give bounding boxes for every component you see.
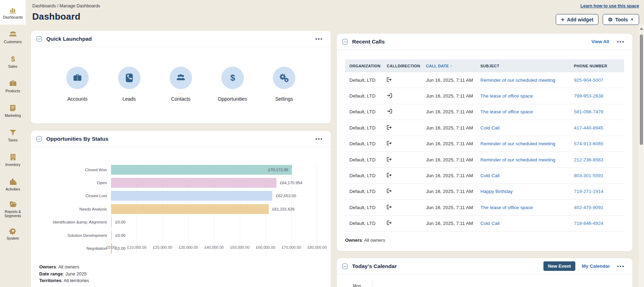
column-header-calldirection[interactable]: CallDirection xyxy=(383,64,422,68)
subject-link[interactable]: Cold Call xyxy=(476,125,570,131)
sidebar-item[interactable]: Reports & Segments xyxy=(0,196,26,221)
column-header-calldate[interactable]: Call Date ↑ xyxy=(422,64,476,68)
chart-bar[interactable] xyxy=(111,191,272,201)
sidebar-item[interactable]: Activities xyxy=(0,172,26,196)
call-date-cell: Jun 16, 2025, 7:11 AM xyxy=(422,173,476,178)
table-row: Default, LTD Jun 16, 2025, xyxy=(345,120,624,136)
sidebar-item[interactable]: System xyxy=(0,221,26,246)
phone-number-link[interactable]: 718-846-4924 xyxy=(570,221,624,226)
sidebar-item[interactable]: $ Sales xyxy=(0,49,26,74)
sidebar-item[interactable]: Customers xyxy=(0,25,26,49)
tools-button[interactable]: ⚙ Tools ▼ xyxy=(603,14,639,25)
filter-summary-line: Date range: June 2025 xyxy=(39,271,89,278)
outgoing-call-icon xyxy=(387,188,392,193)
sidebar-item-label: System xyxy=(7,236,19,241)
table-row: Default, LTD Jun 16, 2025, xyxy=(345,200,624,215)
new-event-button[interactable]: New Event xyxy=(543,261,576,271)
chart-bar-track: £61,231.626 xyxy=(111,202,317,215)
subject-link[interactable]: Reminder of our scheduled meeting xyxy=(476,78,570,83)
chart-bar[interactable] xyxy=(111,165,292,175)
chart-bar[interactable] xyxy=(111,178,276,188)
subject-link[interactable]: Happy Birthday xyxy=(476,189,570,194)
sidebar-item-label: Customers xyxy=(4,40,22,44)
call-direction-cell xyxy=(383,173,422,179)
sidebar-item-label: Reports & Segments xyxy=(1,210,25,218)
scrollbar-thumb[interactable] xyxy=(640,34,643,145)
widget-title: Quick Launchpad xyxy=(46,36,92,42)
call-date-cell: Jun 16, 2025, 7:11 AM xyxy=(422,78,476,83)
phone-number-link[interactable]: 402-475-9091 xyxy=(570,205,624,210)
sidebar-item-icon xyxy=(8,153,18,162)
organization-cell: Default, LTD xyxy=(345,109,383,114)
chart-value-label: £64,170.954 xyxy=(280,181,302,185)
chart-bar-track: £0.00 xyxy=(111,229,317,242)
subject-link[interactable]: Cold Call xyxy=(476,173,570,178)
table-row: Default, LTD Jun 16, 2025, xyxy=(345,152,624,168)
column-header-phonenumber[interactable]: Phone Number xyxy=(570,64,624,68)
chart-row: Needs Analysis£61,231.626 xyxy=(39,202,317,215)
launchpad-item[interactable]: Leads xyxy=(110,67,149,102)
sidebar-item[interactable]: Taxes xyxy=(0,123,26,147)
footer-value: All owners xyxy=(364,238,385,243)
sidebar-item[interactable]: Inventory xyxy=(0,147,26,172)
scroll-up-arrow-icon[interactable] xyxy=(640,27,643,30)
subject-link[interactable]: The lease of office space xyxy=(476,93,570,99)
chart-bar[interactable] xyxy=(111,217,112,227)
collapse-icon[interactable] xyxy=(36,36,42,42)
chart-bar[interactable] xyxy=(111,231,112,240)
sidebar-item-icon xyxy=(8,226,18,235)
recent-calls-table: Organization CallDirection Call Date ↑ S… xyxy=(345,59,624,232)
phone-number-link[interactable]: 719-271-1914 xyxy=(570,189,624,194)
chart-x-tick-label: £50,000.00 xyxy=(230,245,249,249)
sidebar-item[interactable]: Marketing xyxy=(0,98,26,123)
chart-value-label: £61,231.626 xyxy=(272,207,295,211)
breadcrumb[interactable]: Dashboards / Manage Dashboards xyxy=(32,4,100,8)
phone-number-link[interactable]: 574-913-6065 xyxy=(570,141,624,146)
chart-bar-track: £62,653.00 xyxy=(111,189,317,202)
launchpad-item[interactable]: Contacts xyxy=(162,67,200,102)
subject-link[interactable]: The lease of office space xyxy=(476,109,570,114)
launchpad-item-icon xyxy=(118,67,141,89)
launchpad-item[interactable]: Settings xyxy=(265,67,303,102)
widget-title: Opportunities By Status xyxy=(46,136,108,142)
widget-menu-icon[interactable]: ●●● xyxy=(617,40,625,44)
collapse-icon[interactable] xyxy=(342,39,348,45)
sidebar-item-label: Dashboards xyxy=(3,15,23,20)
call-date-cell: Jun 16, 2025, 7:11 AM xyxy=(422,93,476,99)
phone-number-link[interactable]: 212-236-8563 xyxy=(570,157,624,162)
collapse-icon[interactable] xyxy=(36,136,42,142)
subject-link[interactable]: Reminder of our scheduled meeting xyxy=(476,141,570,146)
column-header-organization[interactable]: Organization xyxy=(345,64,383,68)
chart-category-label: Closed Lost xyxy=(39,194,111,198)
chart-value-label: £0.00 xyxy=(115,220,125,224)
chart-bar[interactable] xyxy=(111,204,269,214)
subject-link[interactable]: Cold Call xyxy=(476,221,570,226)
launchpad-item[interactable]: $ Opportunities xyxy=(213,67,252,102)
phone-number-link[interactable]: 803-301-5591 xyxy=(570,173,624,178)
phone-number-link[interactable]: 925-904-5007 xyxy=(570,78,624,83)
launchpad-item[interactable]: Accounts xyxy=(58,67,97,102)
column-header-label: Call Date xyxy=(426,64,449,68)
scrollbar[interactable] xyxy=(639,25,644,287)
column-header-subject[interactable]: Subject xyxy=(476,64,570,68)
phone-number-link[interactable]: 417-440-8945 xyxy=(570,125,624,131)
widget-menu-icon[interactable]: ●●● xyxy=(315,137,323,141)
subject-link[interactable]: Reminder of our scheduled meeting xyxy=(476,157,570,162)
help-link[interactable]: Learn how to use this space xyxy=(581,4,639,8)
table-row: Default, LTD Jun 16, 2025, xyxy=(345,88,624,104)
sidebar-item-icon xyxy=(8,200,18,209)
sidebar-item[interactable]: Dashboards xyxy=(0,0,26,25)
sidebar-item-label: Activities xyxy=(6,187,20,192)
collapse-icon[interactable] xyxy=(342,263,348,269)
add-widget-button[interactable]: + Add widget xyxy=(556,14,598,25)
subject-link[interactable]: The lease of office space xyxy=(476,205,570,210)
phone-number-link[interactable]: 581-098-7478 xyxy=(570,109,624,114)
sidebar-item[interactable]: Products xyxy=(0,74,26,98)
phone-number-link[interactable]: 799-953-2638 xyxy=(570,93,624,99)
my-calendar-link[interactable]: My Calendar xyxy=(582,263,610,269)
incoming-call-icon xyxy=(387,93,392,98)
opportunities-by-status-widget: Opportunities By Status ●●● Closed Won£7… xyxy=(31,131,331,287)
widget-menu-icon[interactable]: ●●● xyxy=(617,265,625,268)
widget-menu-icon[interactable]: ●●● xyxy=(315,37,323,41)
view-all-link[interactable]: View All xyxy=(591,39,609,44)
